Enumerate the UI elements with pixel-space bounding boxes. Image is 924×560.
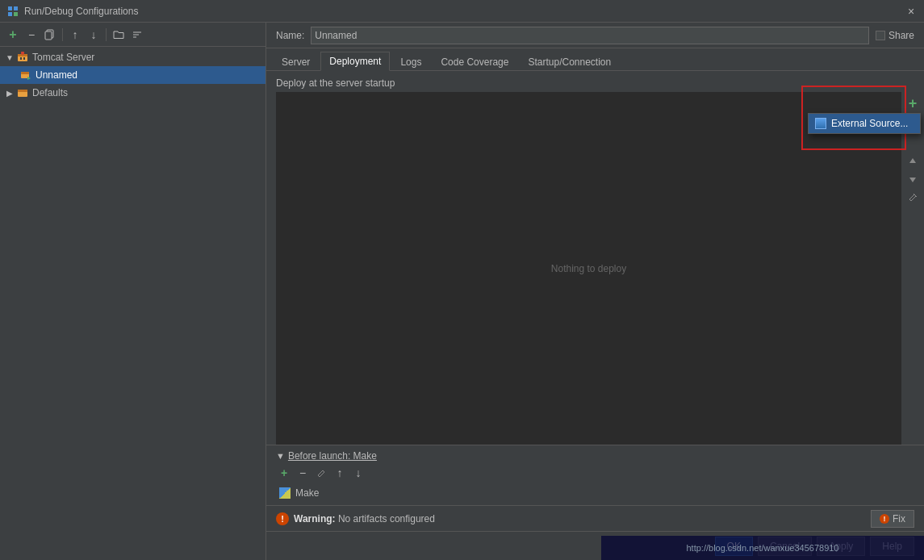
svg-rect-11 bbox=[20, 57, 22, 60]
tree-item-unnamed[interactable]: Unnamed bbox=[0, 66, 265, 84]
tree-item-tomcat-server[interactable]: ▼ Tomcat Server bbox=[0, 48, 265, 66]
deploy-list: Nothing to deploy bbox=[276, 92, 901, 445]
svg-marker-20 bbox=[909, 158, 916, 163]
move-down-button[interactable]: ↓ bbox=[86, 27, 102, 43]
tomcat-server-icon bbox=[16, 51, 29, 64]
svg-rect-16 bbox=[21, 72, 29, 74]
right-panel: Name: Share Server Deployment Logs Code … bbox=[266, 23, 924, 560]
tab-logs[interactable]: Logs bbox=[391, 52, 430, 71]
content-area: Deploy at the server startup Nothing to … bbox=[266, 71, 924, 531]
launch-up-button[interactable]: ↑ bbox=[332, 465, 348, 481]
share-row: Share bbox=[876, 30, 914, 41]
svg-rect-1 bbox=[14, 6, 18, 10]
fix-label: Fix bbox=[893, 513, 905, 524]
add-config-button[interactable]: + bbox=[5, 27, 21, 43]
svg-rect-0 bbox=[8, 6, 12, 10]
launch-down-button[interactable]: ↓ bbox=[350, 465, 366, 481]
watermark-text: http://blog.csdn.net/wanxue345678910 bbox=[687, 543, 839, 553]
tree-item-defaults[interactable]: ▶ Defaults bbox=[0, 84, 265, 102]
tab-code-coverage[interactable]: Code Coverage bbox=[432, 52, 517, 71]
launch-remove-button[interactable]: − bbox=[295, 465, 311, 481]
remove-config-button[interactable]: − bbox=[23, 27, 40, 43]
before-launch-toolbar: + − ↑ ↓ bbox=[276, 465, 914, 481]
deploy-edit-button[interactable] bbox=[905, 189, 921, 205]
add-artifact-button[interactable]: + bbox=[905, 95, 921, 111]
share-label: Share bbox=[888, 30, 914, 41]
config-tree: ▼ Tomcat Server bbox=[0, 47, 265, 560]
fix-button[interactable]: ! Fix bbox=[871, 510, 914, 528]
make-label: Make bbox=[295, 487, 319, 499]
deploy-up-button[interactable] bbox=[905, 153, 921, 169]
share-checkbox[interactable] bbox=[876, 31, 885, 40]
defaults-label: Defaults bbox=[32, 87, 68, 98]
nothing-to-deploy: Nothing to deploy bbox=[551, 263, 626, 274]
watermark: http://blog.csdn.net/wanxue345678910 bbox=[601, 536, 924, 560]
deploy-header: Deploy at the server startup bbox=[266, 71, 924, 92]
svg-rect-14 bbox=[21, 52, 24, 53]
make-icon bbox=[279, 487, 291, 499]
app-icon bbox=[6, 5, 19, 18]
svg-rect-2 bbox=[8, 12, 12, 16]
svg-rect-19 bbox=[18, 90, 27, 92]
before-launch-section: ▼ Before launch: Make + − ↑ ↓ bbox=[266, 445, 924, 505]
name-label: Name: bbox=[276, 30, 304, 41]
sort-button[interactable] bbox=[129, 27, 145, 43]
name-input[interactable] bbox=[311, 27, 869, 44]
tree-toggle-tomcat[interactable]: ▼ bbox=[5, 52, 15, 62]
defaults-icon bbox=[16, 86, 29, 99]
tab-startup-connection[interactable]: Startup/Connection bbox=[519, 52, 620, 71]
toolbar-divider bbox=[62, 28, 63, 41]
copy-config-button[interactable] bbox=[42, 27, 58, 43]
dialog-content: + − ↑ ↓ bbox=[0, 23, 924, 560]
external-source-label: External Source... bbox=[831, 118, 908, 129]
toolbar-divider-2 bbox=[106, 28, 107, 41]
external-source-icon bbox=[815, 118, 826, 129]
deploy-panel: Nothing to deploy + External Source... bbox=[266, 92, 924, 445]
svg-marker-21 bbox=[909, 178, 916, 182]
unnamed-label: Unnamed bbox=[36, 69, 77, 81]
warning-bold: Warning: bbox=[294, 513, 336, 524]
svg-rect-12 bbox=[23, 57, 25, 60]
tabs-row: Server Deployment Logs Code Coverage Sta… bbox=[266, 48, 924, 71]
before-launch-header: ▼ Before launch: Make bbox=[276, 450, 914, 462]
warning-text: Warning: No artifacts configured bbox=[294, 513, 866, 524]
before-launch-title[interactable]: Before launch: Make bbox=[288, 450, 377, 462]
svg-rect-3 bbox=[14, 12, 18, 16]
deploy-side-toolbar: + External Source... bbox=[901, 92, 924, 445]
launch-item-make: Make bbox=[276, 484, 914, 502]
fix-icon: ! bbox=[880, 514, 889, 524]
warning-bar: ! Warning: No artifacts configured ! Fix bbox=[266, 505, 924, 531]
svg-rect-5 bbox=[45, 31, 52, 40]
tab-deployment[interactable]: Deployment bbox=[320, 52, 390, 71]
warning-icon: ! bbox=[276, 512, 289, 525]
tomcat-server-label: Tomcat Server bbox=[32, 52, 94, 63]
tab-server[interactable]: Server bbox=[273, 52, 319, 71]
dropdown-item-external-source[interactable]: External Source... bbox=[809, 114, 920, 133]
dialog-title: Run/Debug Configurations bbox=[24, 6, 918, 17]
name-row: Name: Share bbox=[266, 23, 924, 48]
add-dropdown-container: + External Source... bbox=[905, 95, 921, 111]
launch-add-button[interactable]: + bbox=[276, 465, 292, 481]
left-panel: + − ↑ ↓ bbox=[0, 23, 266, 560]
move-up-button[interactable]: ↑ bbox=[67, 27, 83, 43]
tree-toggle-defaults[interactable]: ▶ bbox=[5, 88, 15, 98]
add-dropdown-menu: External Source... bbox=[808, 113, 921, 134]
launch-edit-button[interactable] bbox=[313, 465, 329, 481]
close-button[interactable]: × bbox=[905, 5, 918, 18]
warning-message: No artifacts configured bbox=[338, 513, 435, 524]
left-toolbar: + − ↑ ↓ bbox=[0, 23, 265, 47]
unnamed-run-icon bbox=[19, 69, 32, 81]
collapse-icon[interactable]: ▼ bbox=[276, 451, 285, 461]
deploy-down-button[interactable] bbox=[905, 171, 921, 187]
title-bar: Run/Debug Configurations × bbox=[0, 0, 924, 23]
folder-button[interactable] bbox=[111, 27, 127, 43]
